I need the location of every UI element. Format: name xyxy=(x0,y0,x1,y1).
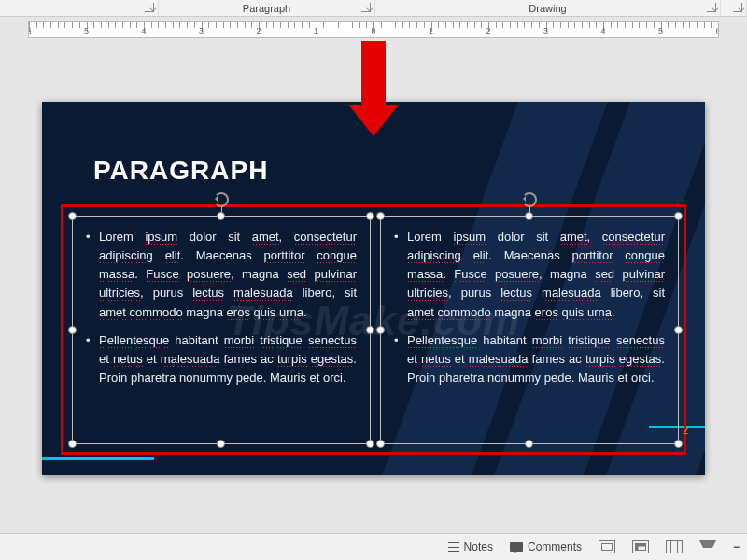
bullet-item[interactable]: Lorem ipsum dolor sit amet, consectetur … xyxy=(86,228,357,322)
ruler-number: 5 xyxy=(84,26,89,35)
view-reading-button[interactable] xyxy=(666,540,683,553)
rotate-handle-icon[interactable] xyxy=(522,192,537,207)
notes-label: Notes xyxy=(464,540,493,553)
ribbon-group-label: Paragraph xyxy=(243,3,290,14)
resize-handle[interactable] xyxy=(68,440,77,448)
ruler-number: 0 xyxy=(371,26,375,35)
ruler-number: 6 xyxy=(28,26,32,35)
resize-handle[interactable] xyxy=(366,212,374,220)
resize-handle[interactable] xyxy=(525,440,533,448)
resize-handle[interactable] xyxy=(68,212,77,220)
ruler-number: 4 xyxy=(600,26,605,35)
annotation-arrow-icon xyxy=(350,41,397,153)
ribbon-group-bar: Paragraph Drawing xyxy=(0,0,747,17)
view-sorter-button[interactable] xyxy=(632,540,649,553)
ribbon-group-drawing: Drawing xyxy=(375,0,721,16)
dialog-launcher-icon[interactable] xyxy=(733,3,742,12)
ruler-number: 2 xyxy=(256,26,261,35)
ruler-number: 1 xyxy=(429,26,433,35)
resize-handle[interactable] xyxy=(674,326,683,334)
dialog-launcher-icon[interactable] xyxy=(361,3,371,12)
decorative-accent-line xyxy=(42,457,154,460)
ribbon-group-trailing xyxy=(721,0,747,16)
view-slideshow-button[interactable] xyxy=(699,540,716,553)
comments-button[interactable]: Comments xyxy=(510,540,582,553)
horizontal-ruler-wrap: 6543210123456 xyxy=(0,17,747,41)
slide-canvas[interactable]: TipsMake.com PARAGRAPH Lorem ipsum dolor… xyxy=(42,102,705,475)
zoom-out-button[interactable]: − xyxy=(733,540,740,553)
resize-handle[interactable] xyxy=(217,440,225,448)
bullet-item[interactable]: Pellentesque habitant morbi tristique se… xyxy=(394,331,665,387)
ribbon-group-paragraph: Paragraph xyxy=(159,0,375,16)
bullet-item[interactable]: Lorem ipsum dolor sit amet, consectetur … xyxy=(394,228,665,322)
comments-label: Comments xyxy=(528,540,582,553)
resize-handle[interactable] xyxy=(525,212,533,220)
bullet-item[interactable]: Pellentesque habitant morbi tristique se… xyxy=(86,331,357,387)
view-normal-button[interactable] xyxy=(599,540,615,553)
notes-button[interactable]: Notes xyxy=(448,540,493,553)
slide-number: 2 xyxy=(683,425,688,436)
resize-handle[interactable] xyxy=(217,212,225,220)
dialog-launcher-icon[interactable] xyxy=(707,3,716,12)
rotate-handle-icon[interactable] xyxy=(214,192,229,207)
resize-handle[interactable] xyxy=(376,440,385,448)
resize-handle[interactable] xyxy=(674,440,683,448)
resize-handle[interactable] xyxy=(674,212,683,220)
ruler-number: 1 xyxy=(314,26,318,35)
text-placeholder-right[interactable]: Lorem ipsum dolor sit amet, consectetur … xyxy=(380,216,679,444)
resize-handle[interactable] xyxy=(376,326,385,334)
ribbon-group-label: Drawing xyxy=(529,3,566,14)
ribbon-group-blank xyxy=(0,0,159,16)
ruler-number: 3 xyxy=(543,26,548,35)
ruler-number: 2 xyxy=(486,26,490,35)
dialog-launcher-icon[interactable] xyxy=(145,3,154,12)
ruler-number: 5 xyxy=(658,26,663,35)
resize-handle[interactable] xyxy=(366,326,374,334)
slide-title[interactable]: PARAGRAPH xyxy=(93,156,268,186)
ruler-number: 4 xyxy=(141,26,146,35)
horizontal-ruler[interactable]: 6543210123456 xyxy=(28,21,719,38)
text-content-right[interactable]: Lorem ipsum dolor sit amet, consectetur … xyxy=(394,228,665,432)
notes-icon xyxy=(448,542,459,552)
status-bar: Notes Comments − xyxy=(0,533,747,560)
text-content-left[interactable]: Lorem ipsum dolor sit amet, consectetur … xyxy=(86,228,357,432)
resize-handle[interactable] xyxy=(68,326,77,334)
ruler-number: 6 xyxy=(715,26,719,35)
text-placeholder-left[interactable]: Lorem ipsum dolor sit amet, consectetur … xyxy=(72,216,371,444)
ruler-number: 3 xyxy=(199,26,204,35)
comment-icon xyxy=(510,542,523,552)
resize-handle[interactable] xyxy=(366,440,374,448)
slide-stage[interactable]: TipsMake.com PARAGRAPH Lorem ipsum dolor… xyxy=(0,41,747,533)
resize-handle[interactable] xyxy=(376,212,385,220)
